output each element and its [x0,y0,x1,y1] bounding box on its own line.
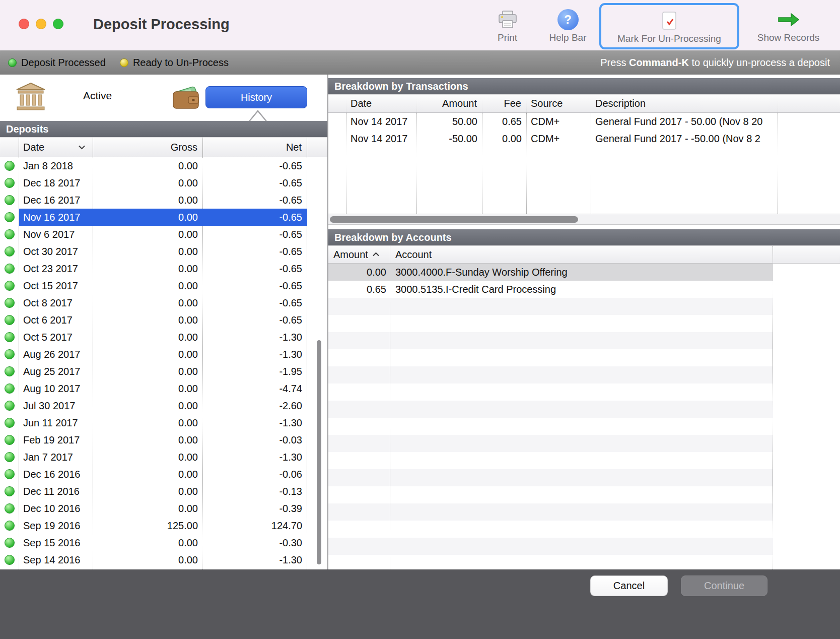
zoom-button[interactable] [53,19,63,29]
deposit-status-cell [0,380,19,397]
deposit-row[interactable]: Oct 5 2017 0.00 -1.30 [0,329,327,346]
transaction-row[interactable]: Nov 14 2017 -50.00 0.00 CDM+ General Fun… [328,130,840,147]
deposit-status-cell [0,209,19,226]
active-tab[interactable] [15,82,46,111]
acc-amount-column-header[interactable]: Amount [328,246,390,263]
deposit-row-main: Feb 19 2017 0.00 -0.03 [19,431,307,449]
processed-dot-icon [5,555,15,565]
deposits-panel: Active History Deposits Date Gross Net [0,75,327,569]
deposit-date: Oct 5 2017 [19,332,93,343]
footer-bar: Cancel Continue [0,569,840,639]
deposit-row[interactable]: Jul 30 2017 0.00 -2.60 [0,397,327,414]
deposit-row[interactable]: Aug 10 2017 0.00 -4.74 [0,380,327,397]
deposit-gross: 0.00 [93,469,203,480]
status-column-header [0,138,19,157]
deposit-row[interactable]: Dec 16 2017 0.00 -0.65 [0,191,327,209]
transactions-hscrollbar-thumb[interactable] [330,216,578,223]
deposit-row[interactable]: Dec 16 2016 0.00 -0.06 [0,466,327,483]
transactions-hscrollbar-track[interactable] [328,214,840,225]
processed-indicator-icon [8,58,17,67]
history-button[interactable]: History [205,86,307,108]
accounts-rows: 0.00 3000.4000.F-Sunday Worship Offering… [328,264,840,298]
deposit-date: Aug 25 2017 [19,366,93,377]
deposit-row[interactable]: Dec 18 2017 0.00 -0.65 [0,174,327,191]
mark-for-unprocessing-button[interactable]: Mark For Un-Processing [599,3,739,49]
processed-dot-icon [5,161,15,171]
cancel-button[interactable]: Cancel [590,576,668,596]
history-tab[interactable] [171,84,200,110]
transaction-row[interactable]: Nov 14 2017 50.00 0.65 CDM+ General Fund… [328,113,840,130]
deposit-row[interactable]: Jan 7 2017 0.00 -1.30 [0,449,327,466]
deposit-row[interactable]: Oct 8 2017 0.00 -0.65 [0,294,327,311]
transactions-table: Nov 14 2017 50.00 0.65 CDM+ General Fund… [328,113,840,214]
deposit-row[interactable]: Dec 10 2016 0.00 -0.39 [0,500,327,517]
tx-fee-column-header[interactable]: Fee [482,95,527,112]
deposit-status-cell [0,226,19,243]
tx-source-column-header[interactable]: Source [527,95,591,112]
deposit-net: -0.65 [203,160,307,172]
deposits-scrollbar-thumb[interactable] [317,340,321,564]
deposit-date: Feb 19 2017 [19,434,93,446]
show-records-button[interactable]: Show Records [744,3,832,49]
net-column-header[interactable]: Net [203,138,307,157]
deposit-row[interactable]: Jan 8 2018 0.00 -0.65 [0,157,327,174]
deposit-row[interactable]: Sep 14 2016 0.00 -1.30 [0,551,327,568]
deposit-status-cell [0,277,19,294]
acc-account-column-header[interactable]: Account [390,246,773,263]
legend-deposit-processed: Deposit Processed [8,57,106,69]
deposit-net: -0.65 [203,263,307,275]
continue-button[interactable]: Continue [681,576,767,596]
deposit-row[interactable]: Sep 15 2016 0.00 -0.30 [0,534,327,551]
account-row[interactable]: 0.65 3000.5135.I-Credit Card Processing [328,281,773,298]
tx-description-column-header[interactable]: Description [591,95,778,112]
help-icon: ? [557,9,579,30]
deposit-date: Oct 23 2017 [19,263,93,275]
accounts-table: 0.00 3000.4000.F-Sunday Worship Offering… [328,264,840,569]
deposit-row[interactable]: Oct 30 2017 0.00 -0.65 [0,243,327,260]
ready-indicator-icon [120,58,128,67]
deposit-row[interactable]: Nov 6 2017 0.00 -0.65 [0,226,327,243]
tx-amount: 50.00 [417,116,482,127]
deposit-gross: 0.00 [93,349,203,360]
deposit-gross: 0.00 [93,503,203,515]
tx-date-column-header[interactable]: Date [346,95,417,112]
deposit-date: Dec 16 2016 [19,469,93,480]
tx-date: Nov 14 2017 [346,116,417,127]
deposit-row[interactable]: Jun 11 2017 0.00 -1.30 [0,414,327,431]
account-amount: 0.00 [328,267,390,278]
processed-dot-icon [5,349,15,359]
deposit-row[interactable]: Dec 11 2016 0.00 -0.13 [0,483,327,500]
deposit-net: -4.74 [203,383,307,395]
deposit-gross: 0.00 [93,212,203,223]
help-bar-button[interactable]: ? Help Bar [536,3,599,49]
deposit-row[interactable]: Oct 6 2017 0.00 -0.65 [0,311,327,329]
tx-fee: 0.65 [482,116,527,127]
deposit-gross: 0.00 [93,452,203,463]
deposit-date: Dec 10 2016 [19,503,93,515]
minimize-button[interactable] [36,19,46,29]
account-name: 3000.4000.F-Sunday Worship Offering [390,267,773,278]
deposit-row-main: Oct 6 2017 0.00 -0.65 [19,311,307,329]
tx-amount: -50.00 [417,133,482,145]
print-button[interactable]: Print [481,3,534,49]
deposit-status-cell [0,311,19,329]
date-column-header[interactable]: Date [19,138,93,157]
deposit-row-main: Sep 14 2016 0.00 -1.30 [19,551,307,568]
close-button[interactable] [19,19,29,29]
deposit-row[interactable]: Aug 25 2017 0.00 -1.95 [0,363,327,380]
tx-amount-column-header[interactable]: Amount [417,95,482,112]
processed-dot-icon [5,298,15,308]
deposit-row[interactable]: Oct 15 2017 0.00 -0.65 [0,277,327,294]
deposit-row-main: Dec 10 2016 0.00 -0.39 [19,500,307,517]
deposit-date: Jan 7 2017 [19,452,93,463]
deposit-row[interactable]: Oct 23 2017 0.00 -0.65 [0,260,327,277]
tx-date: Nov 14 2017 [346,133,417,145]
deposit-row[interactable]: Sep 19 2016 125.00 124.70 [0,517,327,534]
deposit-row[interactable]: Nov 16 2017 0.00 -0.65 [0,209,327,226]
deposit-date: Sep 15 2016 [19,537,93,549]
deposit-row[interactable]: Aug 26 2017 0.00 -1.30 [0,346,327,363]
account-row[interactable]: 0.00 3000.4000.F-Sunday Worship Offering [328,264,773,281]
active-tab-label[interactable]: Active [83,90,112,102]
deposit-row[interactable]: Feb 19 2017 0.00 -0.03 [0,431,327,449]
gross-column-header[interactable]: Gross [93,138,203,157]
